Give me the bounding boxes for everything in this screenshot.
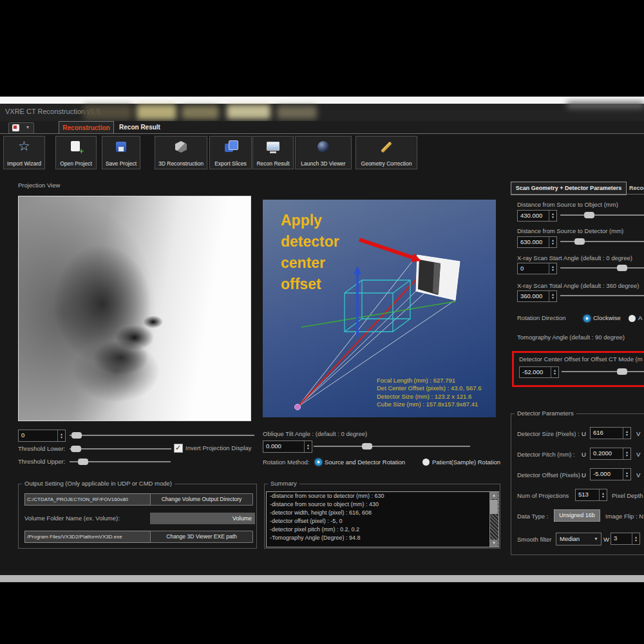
source-detector-distance-slider[interactable] xyxy=(560,238,644,245)
spinner-arrows-icon[interactable] xyxy=(549,237,556,247)
save-project-button[interactable]: Save Project xyxy=(102,136,140,169)
spinner-arrows-icon[interactable] xyxy=(599,489,607,500)
summary-scrollbar[interactable] xyxy=(489,492,498,547)
detector-center-offset-slider[interactable] xyxy=(562,368,644,375)
slider-handle[interactable] xyxy=(362,443,372,450)
num-projections-label: Num of Projections xyxy=(517,492,569,499)
volume-folder-name-input[interactable]: Volume xyxy=(150,513,255,524)
invert-projection-label: Invert Projection Display xyxy=(185,444,251,451)
spinner-arrows-icon[interactable] xyxy=(57,430,65,441)
spinner-arrows-icon[interactable] xyxy=(632,533,639,544)
spinner-arrows-icon[interactable] xyxy=(304,441,312,452)
scan-total-angle-spinner[interactable]: 360.000 xyxy=(517,290,557,302)
tab-reconstruction[interactable]: Reconstruction xyxy=(59,121,114,134)
spinner-arrows-icon[interactable] xyxy=(623,448,630,459)
data-type-label: Data Type : xyxy=(517,513,548,520)
pixel-depth-label-partial: Pixel Depth ( xyxy=(612,492,644,499)
oblique-tilt-spinner[interactable]: 0.000 xyxy=(263,440,312,453)
v-label: V xyxy=(636,451,640,458)
chevron-down-icon[interactable]: ▾ xyxy=(26,124,29,130)
change-3d-viewer-exe-button[interactable]: Change 3D Viewer EXE path xyxy=(150,531,253,543)
volume-output-directory-field[interactable]: C:/CTDATA_PROJECTION_RF/FOV160x80 xyxy=(24,493,151,506)
threshold-upper-slider[interactable] xyxy=(70,459,171,465)
source-object-distance-spinner[interactable]: 430.000 xyxy=(517,210,557,222)
source-object-distance-label: Distance from Source to Object (mm) xyxy=(517,201,618,208)
clockwise-radio[interactable] xyxy=(583,315,591,322)
smooth-w-spinner[interactable]: 3 xyxy=(611,533,640,545)
summary-line: -distance from source to object (mm) : 4… xyxy=(267,500,498,509)
frame-index-spinner[interactable]: 0 xyxy=(18,430,66,442)
detector-size-u-spinner[interactable]: 616 xyxy=(590,427,631,439)
spinner-arrows-icon[interactable] xyxy=(551,367,558,377)
open-document-icon xyxy=(69,140,83,154)
tab-recon-result[interactable]: Recon Result xyxy=(115,121,165,133)
export-slices-button[interactable]: Export Slices xyxy=(209,136,252,169)
smooth-filter-dropdown[interactable]: Median xyxy=(556,533,601,545)
detector-center-offset-label: Detector Center Offset for Offset CT Mod… xyxy=(519,355,643,363)
blurred-thumbnail xyxy=(84,105,132,120)
summary-label: Summary xyxy=(268,480,299,487)
annotation-text: Apply detector center offset xyxy=(281,210,339,295)
quick-menu-button[interactable]: ▾ xyxy=(8,122,34,134)
detector-center-offset-spinner[interactable]: -52.000 xyxy=(519,366,559,378)
cube-icon xyxy=(174,140,188,154)
v-label: V xyxy=(636,471,640,478)
invert-projection-checkbox[interactable] xyxy=(174,444,183,453)
bottom-gray-strip xyxy=(0,575,644,582)
geometry-correction-button[interactable]: Geometry Correction xyxy=(355,136,417,169)
threshold-lower-slider[interactable] xyxy=(70,446,171,452)
anticlockwise-radio[interactable] xyxy=(629,315,636,322)
slider-handle[interactable] xyxy=(78,459,88,465)
scrollbar-thumb[interactable] xyxy=(490,500,498,514)
wizard-star-icon xyxy=(17,140,32,154)
open-project-button[interactable]: Open Project xyxy=(55,136,97,169)
slider-handle[interactable] xyxy=(617,265,627,271)
frame-slider[interactable] xyxy=(70,432,254,439)
detector-parameters-label: Detector Parameters xyxy=(515,410,576,417)
tab-recon-partial[interactable]: Recon xyxy=(629,185,644,191)
export-disks-icon xyxy=(223,140,238,154)
viewer-exe-path-field[interactable]: /Program Files/VX3D2/PlatformVX3D.exe xyxy=(24,531,151,543)
source-object-distance-slider[interactable] xyxy=(560,212,644,218)
slider-handle[interactable] xyxy=(584,212,594,218)
summary-list: -distance from source to detector (mm) :… xyxy=(266,491,499,547)
scan-start-angle-slider[interactable] xyxy=(560,265,644,271)
slider-handle[interactable] xyxy=(574,238,585,245)
slider-handle[interactable] xyxy=(71,432,82,439)
num-projections-spinner[interactable]: 513 xyxy=(575,489,607,501)
blurred-thumbnail xyxy=(137,104,176,120)
data-type-value[interactable]: Unsigned 16b xyxy=(554,509,600,522)
tab-scan-geometry[interactable]: Scan Geometry + Detector Parameters xyxy=(511,182,627,195)
import-wizard-button[interactable]: Import Wizard xyxy=(3,136,45,169)
monitor-icon xyxy=(266,140,280,154)
detector-offset-u-spinner[interactable]: -5.000 xyxy=(590,468,631,480)
detector-pitch-u-spinner[interactable]: 0.2000 xyxy=(590,448,631,460)
scan-total-angle-slider[interactable] xyxy=(560,292,644,299)
spinner-arrows-icon[interactable] xyxy=(623,428,630,439)
oblique-tilt-slider[interactable] xyxy=(314,443,470,450)
spinner-arrows-icon[interactable] xyxy=(549,291,556,301)
change-volume-output-directory-button[interactable]: Change Volume Output Directory xyxy=(150,493,253,506)
clockwise-label: Clockwise xyxy=(593,314,621,321)
volume-folder-name-label: Volume Folder Name (ex. Volume): xyxy=(24,515,120,522)
threshold-upper-label: Threshold Upper: xyxy=(18,458,65,465)
summary-line: -detector pixel pitch (mm) : 0.2, 0.2 xyxy=(267,526,498,534)
source-detector-distance-spinner[interactable]: 630.000 xyxy=(517,236,557,248)
spinner-arrows-icon[interactable] xyxy=(549,211,556,221)
source-detector-rotation-radio[interactable] xyxy=(315,459,322,466)
slider-handle[interactable] xyxy=(71,446,81,452)
smooth-filter-label: Smooth filter xyxy=(517,536,551,543)
blurred-thumbnail xyxy=(567,101,644,109)
recon-result-button[interactable]: Recon Result xyxy=(252,136,294,169)
slider-handle[interactable] xyxy=(617,368,627,375)
scan-start-angle-spinner[interactable]: 0 xyxy=(517,263,557,274)
patient-rotation-radio[interactable] xyxy=(422,459,430,466)
detector-pitch-label: Detector Pitch (mm) : xyxy=(517,451,575,458)
blurred-thumbnail xyxy=(277,106,317,119)
launch-3d-viewer-button[interactable]: Launch 3D Viewer xyxy=(295,136,352,169)
scroll-down-icon[interactable] xyxy=(490,540,498,547)
3d-reconstruction-button[interactable]: 3D Reconstruction xyxy=(155,136,207,169)
scroll-up-icon[interactable] xyxy=(490,492,498,499)
spinner-arrows-icon[interactable] xyxy=(623,469,630,480)
spinner-arrows-icon[interactable] xyxy=(549,263,556,274)
